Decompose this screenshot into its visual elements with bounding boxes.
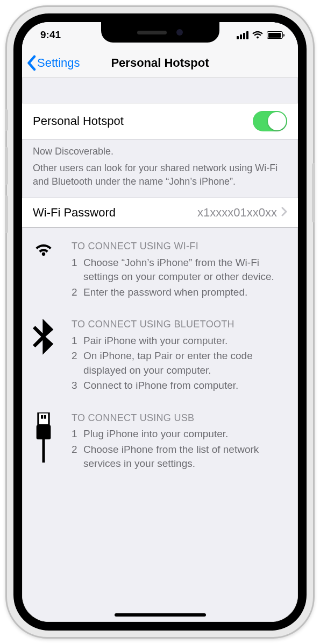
instruction-bluetooth-step-3: Connect to iPhone from computer. bbox=[83, 379, 238, 393]
front-camera bbox=[176, 29, 183, 36]
status-icons bbox=[237, 31, 283, 39]
instruction-usb-title: To Connect Using USB bbox=[72, 411, 287, 425]
notch bbox=[101, 22, 219, 43]
nav-bar: Settings Personal Hotspot bbox=[22, 48, 298, 78]
discoverable-footer: Now Discoverable. Other users can look f… bbox=[22, 139, 298, 198]
instruction-bluetooth-step-2: On iPhone, tap Pair or enter the code di… bbox=[83, 349, 287, 377]
instruction-bluetooth-step-1: Pair iPhone with your computer. bbox=[83, 334, 227, 348]
svg-rect-2 bbox=[44, 415, 46, 419]
instruction-wifi-step-2: Enter the password when prompted. bbox=[83, 285, 247, 300]
volume-down-button bbox=[5, 195, 8, 233]
phone-frame: 9:41 Settings Personal Hotspot bbox=[5, 5, 315, 639]
screen: 9:41 Settings Personal Hotspot bbox=[22, 22, 298, 622]
page-title: Personal Hotspot bbox=[111, 56, 209, 70]
status-time: 9:41 bbox=[40, 29, 61, 41]
svg-rect-0 bbox=[38, 412, 49, 425]
speaker-grille bbox=[137, 31, 167, 34]
svg-rect-3 bbox=[37, 425, 51, 439]
wifi-icon bbox=[33, 240, 58, 299]
svg-rect-1 bbox=[41, 415, 43, 419]
instruction-wifi-title: To Connect Using Wi-Fi bbox=[72, 240, 287, 253]
instruction-bluetooth-steps: 1Pair iPhone with your computer. 2On iPh… bbox=[72, 334, 287, 393]
instruction-wifi: To Connect Using Wi-Fi 1Choose “John’s i… bbox=[33, 240, 287, 299]
bluetooth-icon bbox=[33, 318, 58, 393]
instruction-bluetooth: To Connect Using Bluetooth 1Pair iPhone … bbox=[33, 318, 287, 393]
chevron-left-icon bbox=[26, 55, 36, 71]
home-indicator[interactable] bbox=[115, 613, 206, 617]
instruction-usb-step-2: Choose iPhone from the list of network s… bbox=[83, 443, 287, 471]
instruction-wifi-step-1: Choose “John’s iPhone” from the Wi-Fi se… bbox=[83, 256, 287, 284]
wifi-password-label: Wi-Fi Password bbox=[33, 206, 116, 220]
discoverable-line2: Other users can look for your shared net… bbox=[33, 162, 287, 188]
power-button bbox=[312, 163, 315, 222]
hotspot-toggle-label: Personal Hotspot bbox=[33, 114, 124, 128]
back-button[interactable]: Settings bbox=[26, 48, 80, 78]
hotspot-toggle-switch[interactable] bbox=[253, 111, 287, 131]
bezel: 9:41 Settings Personal Hotspot bbox=[13, 13, 307, 631]
back-label: Settings bbox=[37, 56, 80, 70]
instruction-wifi-steps: 1Choose “John’s iPhone” from the Wi-Fi s… bbox=[72, 256, 287, 300]
discoverable-line1: Now Discoverable. bbox=[33, 145, 287, 158]
cellular-signal-icon bbox=[237, 31, 248, 39]
volume-up-button bbox=[5, 147, 8, 185]
usb-icon bbox=[33, 411, 58, 471]
instruction-usb-steps: 1Plug iPhone into your computer. 2Choose… bbox=[72, 427, 287, 471]
battery-icon bbox=[267, 31, 283, 39]
instruction-bluetooth-title: To Connect Using Bluetooth bbox=[72, 318, 287, 331]
hotspot-toggle-cell[interactable]: Personal Hotspot bbox=[22, 103, 298, 139]
instruction-usb-step-1: Plug iPhone into your computer. bbox=[83, 427, 228, 442]
instruction-usb: To Connect Using USB 1Plug iPhone into y… bbox=[33, 411, 287, 471]
wifi-password-cell[interactable]: Wi-Fi Password x1xxxx01xx0xx bbox=[22, 198, 298, 228]
wifi-icon bbox=[252, 31, 263, 39]
svg-rect-4 bbox=[42, 439, 45, 463]
chevron-right-icon bbox=[281, 206, 287, 220]
mute-switch bbox=[5, 109, 8, 131]
wifi-password-value: x1xxxx01xx0xx bbox=[197, 206, 277, 220]
spacer bbox=[22, 78, 298, 103]
instructions: To Connect Using Wi-Fi 1Choose “John’s i… bbox=[22, 228, 298, 471]
